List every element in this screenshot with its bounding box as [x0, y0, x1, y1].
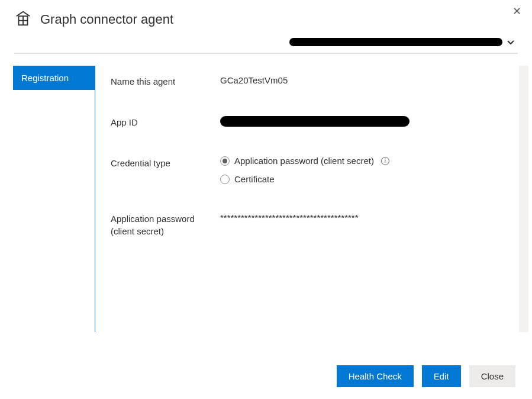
tab-registration[interactable]: Registration: [13, 66, 95, 90]
app-password-label: Application password (client secret): [111, 211, 220, 237]
sidebar: Registration: [0, 66, 95, 332]
name-agent-label: Name this agent: [111, 74, 220, 88]
info-icon[interactable]: i: [381, 157, 389, 165]
close-button[interactable]: Close: [469, 365, 515, 387]
name-agent-value: GCa20TestVm05: [220, 74, 288, 85]
radio-application-password[interactable]: Application password (client secret) i: [220, 156, 389, 166]
close-icon[interactable]: ✕: [512, 6, 521, 17]
radio-certificate-label: Certificate: [234, 174, 275, 184]
credential-type-label: Credential type: [111, 156, 220, 169]
edit-button[interactable]: Edit: [422, 365, 461, 387]
radio-certificate[interactable]: Certificate: [220, 174, 389, 184]
app-id-label: App ID: [111, 115, 220, 128]
registration-panel: Name this agent GCa20TestVm05 App ID Cre…: [95, 66, 532, 332]
chevron-down-icon: [506, 37, 515, 47]
dialog-footer: Health Check Edit Close: [337, 365, 515, 387]
account-dropdown[interactable]: [0, 35, 532, 53]
credential-type-radios: Application password (client secret) i C…: [220, 156, 389, 184]
dialog-header: Graph connector agent: [0, 0, 532, 35]
account-name-redacted: [289, 38, 502, 46]
connector-agent-icon: [14, 9, 32, 29]
health-check-button[interactable]: Health Check: [337, 365, 414, 387]
radio-selected-icon: [220, 156, 230, 166]
radio-unselected-icon: [220, 175, 230, 184]
scrollbar[interactable]: [519, 66, 528, 332]
dialog-title: Graph connector agent: [40, 12, 173, 27]
app-password-value: ****************************************: [220, 211, 359, 223]
app-id-value-redacted: [220, 116, 410, 127]
radio-application-password-label: Application password (client secret): [234, 156, 374, 166]
header-divider: [14, 53, 518, 54]
